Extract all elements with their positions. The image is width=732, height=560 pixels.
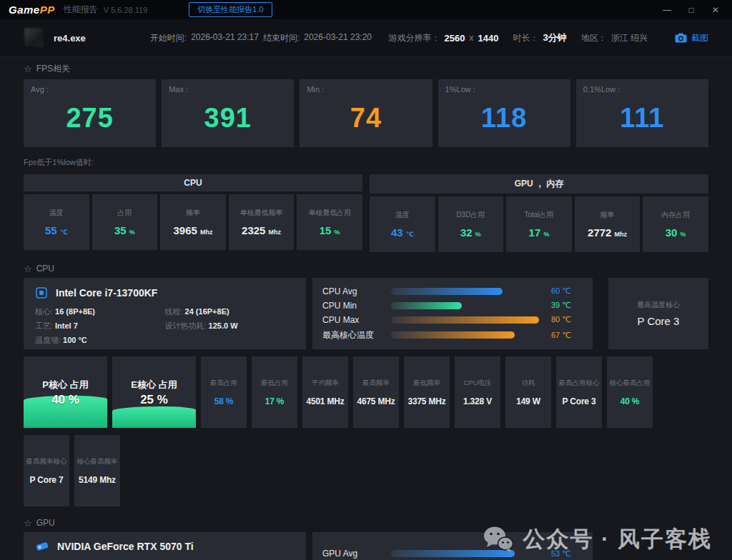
resolution-label: 游戏分辨率： — [389, 32, 440, 44]
gamepp-logo: GamePP — [9, 4, 55, 16]
stat-card-max-usage-core: 最高占用核心P Core 3 — [556, 356, 602, 428]
cpu-stats-row: P核心 占用 40 % E核心 占用 25 % 最高占用58 % 最低占用17 … — [24, 356, 708, 428]
gpu-group-header: GPU ， 内存 — [370, 174, 708, 194]
fps-card-label: Avg : — [31, 85, 49, 94]
gpu-section-title: GPU — [36, 518, 55, 528]
stat-card-max-freq-core: 最高频率核心P Core 7 — [24, 435, 69, 506]
minimize-button[interactable]: — — [662, 5, 672, 15]
cpu-specs: 核心:16 (8P+8E) 线程:24 (16P+8E) 工艺:Intel 7 … — [35, 306, 295, 346]
logo-pp-text: PP — [40, 4, 55, 16]
cpu-avg-temp-bar: CPU Avg 60 ℃ — [322, 286, 583, 296]
end-time-label: 结束时间: — [263, 32, 300, 44]
stat-card-voltage: CPU电压1.328 V — [455, 356, 500, 428]
fps-avg-card: Avg : 275 — [24, 79, 156, 147]
close-button[interactable]: ✕ — [711, 5, 721, 15]
resolution-x: x — [470, 33, 474, 43]
stat-cell-total-usage: Total占用 17 % — [506, 196, 572, 252]
fps-card-label: 1%Low : — [445, 85, 475, 94]
cpu-snapshot-group: CPU 温度 55 ℃ 占用 35 % 频率 3965 Mhz — [24, 174, 362, 252]
session-meta: 游戏分辨率： 2560 x 1440 时长： 3分钟 地区： 浙江 绍兴 — [389, 31, 648, 44]
report-subtitle: 性能报告 — [64, 4, 98, 16]
cpu-max-temp-bar: CPU Max 80 ℃ — [322, 315, 583, 325]
version-label: V 5.6.28.119 — [104, 6, 148, 14]
start-time-label: 开始时间: — [150, 32, 187, 44]
stat-cell-cpu-temp: 温度 55 ℃ — [24, 194, 89, 250]
stat-cell-mem-usage: 内存占用 30 % — [643, 196, 708, 252]
stat-cell-core-min-usage: 单核最低占用 15 % — [297, 194, 362, 250]
stat-cell-gpu-freq: 频率 2772 Mhz — [575, 196, 640, 252]
cpu-section-header: ☆ CPU — [24, 264, 708, 274]
stat-cell-gpu-temp: 温度 43 ℃ — [370, 196, 435, 252]
watermark-text: 公众号 · 风子客栈 — [523, 524, 712, 554]
fps-section-title: FPS相关 — [36, 63, 70, 75]
stat-cell-cpu-freq: 频率 3965 Mhz — [160, 194, 226, 250]
bar-fill — [391, 316, 539, 324]
gamepp-performance-report-window: GamePP 性能报告 V 5.6.28.119 切换至性能报告1.0 — □ … — [0, 0, 732, 560]
cpu-stats-row-2: 最高频率核心P Core 7 核心最高频率5149 Mhz — [24, 435, 708, 506]
session-times: 开始时间: 2026-03-21 23:17 结束时间: 2026-03-21 … — [150, 32, 372, 44]
low-snapshot-tables: CPU 温度 55 ℃ 占用 35 % 频率 3965 Mhz — [24, 174, 708, 252]
ecore-usage-gauge: E核心 占用 25 % — [112, 356, 196, 428]
screenshot-label: 截图 — [691, 32, 708, 44]
star-icon: ☆ — [24, 519, 32, 528]
cpu-min-temp-bar: CPU Min 39 ℃ — [322, 301, 583, 311]
stat-card-min-freq: 最低频率3375 MHz — [404, 356, 450, 428]
stat-card-max-usage: 最高占用58 % — [201, 356, 247, 428]
fps-01low-card: 0.1%Low : 111 — [576, 79, 708, 147]
process-name: re4.exe — [54, 33, 86, 44]
gpu-mem-snapshot-group: GPU ， 内存 温度 43 ℃ D3D占用 32 % Total占用 17 % — [370, 174, 708, 252]
gpu-info-card: NVIDIA GeForce RTX 5070 Ti 品牌:Colorful 显… — [24, 532, 306, 560]
screenshot-button[interactable]: 截图 — [675, 32, 708, 44]
region-value: 浙江 绍兴 — [611, 32, 648, 44]
stat-cell-core-min-freq: 单核最低频率 2325 Mhz — [229, 194, 295, 250]
bar-fill — [391, 288, 503, 295]
stat-card-core-max-usage: 核心最高占用40 % — [607, 356, 653, 428]
fps-card-label: 0.1%Low : — [583, 85, 620, 94]
fps-low-note: Fps低于1%low值时: — [24, 157, 708, 168]
maximize-button[interactable]: □ — [686, 5, 696, 15]
stat-card-max-freq: 最高频率4675 MHz — [353, 356, 399, 428]
cpu-overview-row: Intel Core i7-13700KF 核心:16 (8P+8E) 线程:2… — [24, 278, 708, 349]
window-controls: — □ ✕ — [662, 5, 723, 15]
stat-card-min-usage: 最低占用17 % — [252, 356, 297, 428]
resolution-width: 2560 — [445, 33, 465, 44]
game-thumbnail — [24, 27, 45, 49]
cpu-chip-icon — [35, 286, 48, 299]
pcore-usage-gauge: P核心 占用 40 % — [24, 356, 107, 428]
star-icon: ☆ — [24, 64, 32, 74]
wechat-watermark: 公众号 · 风子客栈 — [483, 524, 712, 554]
cpu-name: Intel Core i7-13700KF — [56, 287, 157, 299]
stat-card-core-max-freq: 核心最高频率5149 Mhz — [74, 435, 120, 506]
fps-min-card: Min : 74 — [300, 79, 432, 147]
titlebar: GamePP 性能报告 V 5.6.28.119 切换至性能报告1.0 — □ … — [0, 0, 732, 19]
cpu-group-header: CPU — [24, 174, 362, 191]
stat-card-power: 功耗149 W — [505, 356, 551, 428]
fps-1low-card: 1%Low : 118 — [438, 79, 570, 147]
logo-game-text: Game — [9, 4, 40, 16]
wechat-icon — [483, 526, 514, 553]
cpu-section-title: CPU — [36, 264, 54, 274]
cpu-hottest-core-temp-bar: 最高核心温度 67 ℃ — [322, 329, 583, 341]
hottest-core-card: 最高温度核心 P Core 3 — [608, 278, 708, 349]
gpu-card-icon — [35, 541, 49, 552]
resolution-height: 1440 — [478, 33, 499, 44]
stat-cell-cpu-usage: 占用 35 % — [92, 194, 158, 250]
stat-cell-d3d-usage: D3D占用 32 % — [438, 196, 504, 252]
camera-icon — [675, 33, 687, 43]
start-time-value: 2026-03-21 23:17 — [191, 32, 259, 44]
star-icon: ☆ — [24, 264, 32, 274]
duration-value: 3分钟 — [543, 31, 566, 44]
fps-card-label: Min : — [307, 85, 324, 94]
bar-fill — [391, 331, 515, 339]
cpu-info-card: Intel Core i7-13700KF 核心:16 (8P+8E) 线程:2… — [24, 278, 306, 349]
bar-fill — [391, 302, 462, 309]
fps-max-card: Max : 391 — [162, 79, 294, 147]
region-label: 地区： — [581, 32, 607, 44]
report-content: ☆ FPS相关 Avg : 275 Max : 391 Min : 74 1%L… — [0, 63, 732, 560]
end-time-value: 2026-03-21 23:20 — [304, 32, 372, 44]
session-bar: re4.exe 开始时间: 2026-03-21 23:17 结束时间: 202… — [0, 19, 732, 57]
stat-card-avg-freq: 平均频率4501 MHz — [302, 356, 348, 428]
fps-card-label: Max : — [169, 85, 188, 94]
switch-report-button[interactable]: 切换至性能报告1.0 — [189, 2, 272, 17]
fps-section-header: ☆ FPS相关 — [24, 63, 708, 75]
